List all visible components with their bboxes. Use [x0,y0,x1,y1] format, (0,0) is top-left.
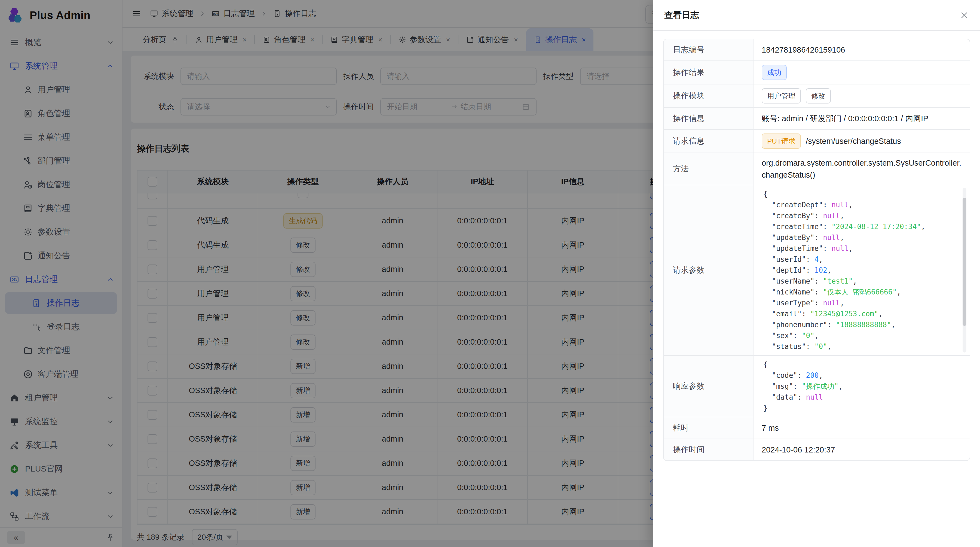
detail-value: 账号: admin / 研发部门 / 0:0:0:0:0:0:0:1 / 内网I… [754,108,970,129]
code-line: "sex": "0", [763,330,958,341]
detail-label: 响应参数 [664,356,754,417]
detail-value: org.dromara.system.controller.system.Sys… [754,153,970,185]
module-tag: 用户管理 [762,88,801,104]
detail-value: PUT请求/system/user/changeStatus [754,130,970,153]
result-tag: 成功 [762,65,787,80]
code-line: { [763,359,958,370]
detail-label: 操作信息 [664,108,754,129]
detail-label: 方法 [664,153,754,185]
code-line: "nickName": "仅本人 密码666666", [763,287,958,297]
detail-row-日志编号: 日志编号1842781986426159106 [664,39,970,61]
detail-label: 请求参数 [664,185,754,355]
detail-row-方法: 方法org.dromara.system.controller.system.S… [664,153,970,185]
detail-row-操作信息: 操作信息账号: admin / 研发部门 / 0:0:0:0:0:0:0:1 /… [664,107,970,129]
code-line: "phonenumber": "18888888888", [763,319,958,330]
detail-row-响应参数: 响应参数{ "code": 200, "msg": "操作成功", "data"… [664,355,970,417]
code-line: "code": 200, [763,370,958,381]
detail-value: 7 ms [754,417,970,439]
code-line: "createTime": "2024-08-12 17:20:34", [763,221,958,232]
detail-row-请求参数: 请求参数{ "createDept": null, "createBy": nu… [664,185,970,355]
drawer-title: 查看日志 [664,9,699,21]
detail-row-耗时: 耗时7 ms [664,417,970,439]
request-method-tag: PUT请求 [762,134,801,149]
detail-value: 成功 [754,61,970,84]
scrollbar-thumb[interactable] [963,198,966,326]
code-cell: { "code": 200, "msg": "操作成功", "data": nu… [754,356,970,417]
code-line: "updateTime": null, [763,243,958,254]
detail-row-操作时间: 操作时间2024-10-06 12:20:37 [664,439,970,460]
drawer-header: 查看日志 [653,0,980,31]
detail-label: 操作时间 [664,439,754,460]
request-url: /system/user/changeStatus [806,135,901,147]
detail-row-请求信息: 请求信息PUT请求/system/user/changeStatus [664,129,970,153]
code-line: } [763,403,958,413]
code-line: "updateBy": null, [763,232,958,243]
log-detail-table: 日志编号1842781986426159106操作结果成功操作模块用户管理修改操… [663,39,970,461]
code-line: "userId": 4, [763,254,958,265]
json-code: { "createDept": null, "createBy": null, … [754,188,958,352]
log-detail-drawer: 查看日志 日志编号1842781986426159106操作结果成功操作模块用户… [653,0,980,547]
code-line: "email": "12345@1253.com", [763,308,958,319]
code-line: "msg": "操作成功", [763,381,958,392]
indent-guide [766,202,766,340]
detail-label: 日志编号 [664,39,754,61]
code-line: { [763,188,958,199]
detail-label: 耗时 [664,417,754,439]
code-line: "status": "0", [763,341,958,352]
detail-value: 2024-10-06 12:20:37 [754,439,970,460]
detail-label: 操作模块 [664,85,754,107]
json-code: { "code": 200, "msg": "操作成功", "data": nu… [754,359,958,413]
code-line: "deptId": 102, [763,265,958,276]
close-icon[interactable] [959,10,969,20]
module-tag: 修改 [806,88,831,104]
detail-value: 用户管理修改 [754,85,970,107]
code-line: "data": null [763,392,958,403]
code-line: "createBy": null, [763,210,958,221]
code-line: "userName": "test1", [763,276,958,287]
detail-row-操作模块: 操作模块用户管理修改 [664,84,970,107]
detail-row-操作结果: 操作结果成功 [664,61,970,84]
detail-label: 操作结果 [664,61,754,84]
code-cell: { "createDept": null, "createBy": null, … [754,185,970,355]
detail-value: 1842781986426159106 [754,39,970,61]
detail-label: 请求信息 [664,130,754,153]
indent-guide [766,373,766,402]
code-line: "createDept": null, [763,199,958,210]
code-line: "userType": null, [763,297,958,308]
